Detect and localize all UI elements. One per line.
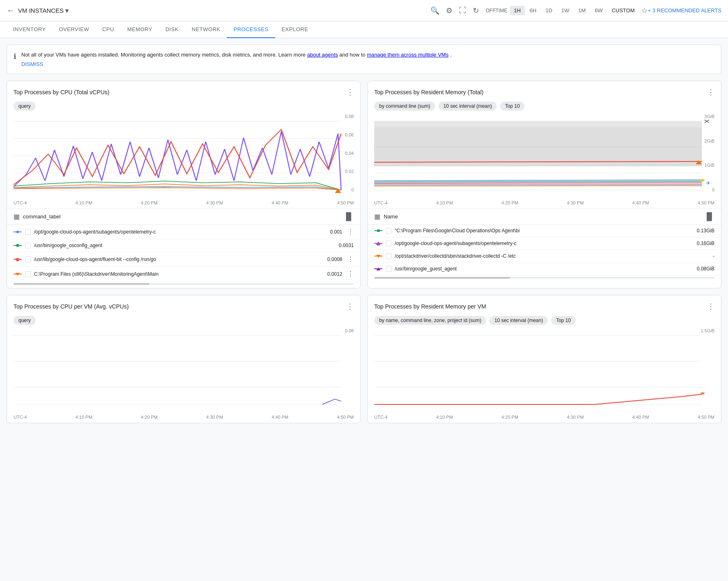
chip-row-cpu-vm: query	[7, 314, 360, 328]
back-icon[interactable]: ←	[7, 6, 15, 15]
vm-instances-title[interactable]: VM INSTANCES ▾	[18, 6, 69, 15]
legend-line-cpu-3	[14, 272, 22, 276]
star-icon[interactable]: ☆	[641, 6, 648, 15]
more-row-icon-2[interactable]: ⋮	[347, 255, 354, 263]
chip-query-cpu[interactable]: query	[14, 102, 36, 111]
legend-row: "C:\Program Files\Google\Cloud Operation…	[368, 225, 721, 237]
legend-line-cpu-0	[14, 230, 22, 234]
more-menu-cpu-vm-icon[interactable]: ⋮	[346, 302, 354, 311]
legend-grid-icon-cpu: ▦	[14, 213, 20, 220]
tab-disk[interactable]: DISK	[159, 21, 185, 38]
time-6h[interactable]: 6H	[526, 6, 541, 15]
legend-checkbox-cpu-1[interactable]	[25, 243, 31, 248]
legend-checkbox-mem-1[interactable]	[386, 241, 391, 246]
legend-checkbox-cpu-2[interactable]	[25, 256, 31, 262]
legend-header-cpu: ▦ command_label ▐▌	[7, 209, 360, 225]
refresh-icon[interactable]: ↻	[473, 6, 479, 15]
legend-scroll-mem: "C:\Program Files\Google\Cloud Operation…	[368, 225, 721, 275]
more-menu-mem-icon[interactable]: ⋮	[707, 88, 714, 97]
settings-icon[interactable]: ⚙	[446, 6, 452, 15]
svg-marker-21	[374, 121, 702, 127]
chart-mem-total: Top Processes by Resident Memory (Total)…	[367, 81, 721, 288]
x-axis-cpu: UTC-44:10 PM4:20 PM4:30 PM4:40 PM4:50 PM	[7, 200, 360, 209]
time-1h[interactable]: 1H	[510, 6, 525, 15]
y-axis-cpu: 0.080.060.040.020	[345, 114, 354, 192]
legend-row: C:\Program Files (x86)\Stackdriver\Monit…	[7, 267, 360, 281]
legend-scroll-cpu: /opt/google-cloud-ops-agent/subagents/op…	[7, 225, 360, 281]
legend-checkbox-cpu-3[interactable]	[25, 271, 31, 277]
about-agents-link[interactable]: about agents	[307, 52, 338, 58]
top-bar-left: ← VM INSTANCES ▾	[7, 6, 430, 15]
chip-query-cpu-vm[interactable]: query	[14, 316, 36, 325]
legend-label-mem-1: /opt/google-cloud-ops-agent/subagents/op…	[395, 241, 694, 246]
tab-network[interactable]: NETWORK	[185, 21, 227, 38]
legend-header-label-cpu: command_label	[23, 213, 61, 220]
more-row-icon-0[interactable]: ⋮	[347, 228, 354, 236]
tab-overview[interactable]: OVERVIEW	[52, 21, 96, 38]
tab-processes[interactable]: PROCESSES	[227, 21, 275, 38]
legend-scrollbar-cpu	[14, 283, 354, 285]
legend-columns-icon-mem[interactable]: ▐▌	[704, 212, 714, 221]
legend-checkbox-mem-2[interactable]	[386, 253, 391, 259]
line-chart-cpu	[14, 117, 354, 199]
chart-cpu-total: Top Processes by CPU (Total vCPUs) ⋮ que…	[7, 81, 361, 288]
legend-header-mem: ▦ Name ▐▌	[368, 209, 721, 225]
manage-vms-link[interactable]: manage them across multiple VMs	[367, 52, 448, 58]
legend-checkbox-mem-0[interactable]	[386, 228, 391, 234]
tab-cpu[interactable]: CPU	[96, 21, 121, 38]
legend-line-cpu-2	[14, 257, 22, 261]
time-1d[interactable]: 1D	[541, 6, 556, 15]
line-chart-cpu-vm	[14, 331, 354, 413]
time-label: TIME	[495, 8, 507, 14]
chip-mem-vm-1[interactable]: 10 sec interval (mean)	[489, 316, 548, 325]
chip-mem-vm-2[interactable]: Top 10	[551, 316, 576, 325]
x-axis-cpu-vm: UTC-44:10 PM4:20 PM4:30 PM4:40 PM4:50 PM	[7, 415, 360, 423]
legend-value-mem-2: -	[713, 253, 714, 259]
time-controls: TIME 1H 6H 1D 1W 1M 6W CUSTOM ☆	[495, 6, 648, 15]
chart-header-cpu: Top Processes by CPU (Total vCPUs) ⋮	[7, 81, 360, 100]
legend-line-mem-0	[374, 229, 382, 233]
legend-header-label-mem: Name	[384, 213, 398, 220]
nav-tabs: INVENTORY OVERVIEW CPU MEMORY DISK NETWO…	[0, 21, 728, 38]
dismiss-button[interactable]: DISMISS	[21, 61, 43, 67]
info-icon: ℹ	[14, 52, 16, 61]
chip-mem-1[interactable]: 10 sec interval (mean)	[439, 102, 497, 111]
legend-row: /usr/bin/google_osconfig_agent 0.0031	[7, 239, 360, 252]
fullscreen-icon[interactable]: ⛶	[459, 6, 466, 15]
refresh-off-label: OFF	[486, 8, 495, 14]
legend-line-mem-1	[374, 241, 382, 245]
chart-header-mem: Top Processes by Resident Memory (Total)…	[368, 81, 721, 100]
alerts-button[interactable]: + 3 RECOMMENDED ALERTS	[648, 7, 721, 14]
chip-mem-vm-0[interactable]: by name, command line, zone, project id …	[374, 316, 486, 325]
legend-label-cpu-1: /usr/bin/google_osconfig_agent	[34, 243, 335, 248]
info-text: Not all of your VMs have agents installe…	[21, 52, 452, 67]
tab-memory[interactable]: MEMORY	[121, 21, 159, 38]
chart-title-mem: Top Processes by Resident Memory (Total)	[374, 89, 484, 95]
legend-line-mem-2	[374, 254, 382, 258]
time-1w[interactable]: 1W	[557, 6, 574, 15]
legend-checkbox-mem-3[interactable]	[386, 266, 391, 272]
chart-cpu-per-vm: Top Processes by CPU per VM (Avg. vCPUs)…	[7, 295, 361, 423]
chip-row-mem-vm: by name, command line, zone, project id …	[368, 314, 721, 328]
svg-point-7	[16, 231, 19, 233]
more-row-icon-3[interactable]: ⋮	[347, 270, 354, 278]
search-icon[interactable]: 🔍	[430, 6, 439, 15]
time-6w[interactable]: 6W	[590, 6, 607, 15]
time-1m[interactable]: 1M	[574, 6, 590, 15]
legend-value-cpu-3: 0.0012	[327, 271, 342, 277]
legend-grid-icon-mem: ▦	[374, 213, 380, 220]
legend-label-mem-0: "C:\Program Files\Google\Cloud Operation…	[395, 228, 694, 234]
vm-chevron-icon: ▾	[65, 6, 69, 15]
chip-mem-0[interactable]: by command line (sum)	[374, 102, 435, 111]
more-menu-mem-vm-icon[interactable]: ⋮	[707, 302, 714, 311]
tab-explore[interactable]: EXPLORE	[275, 21, 315, 38]
legend-checkbox-cpu-0[interactable]	[25, 229, 31, 235]
tab-inventory[interactable]: INVENTORY	[7, 21, 52, 38]
chip-mem-2[interactable]: Top 10	[500, 102, 525, 111]
time-custom[interactable]: CUSTOM	[608, 6, 639, 15]
legend-row: /opt/google-cloud-ops-agent/subagents/op…	[368, 237, 721, 250]
chart-area-cpu-vm: 0.08	[7, 328, 360, 415]
chart-title-mem-vm: Top Processes by Resident Memory per VM	[374, 303, 486, 310]
legend-columns-icon-cpu[interactable]: ▐▌	[343, 212, 354, 221]
more-menu-cpu-icon[interactable]: ⋮	[346, 88, 354, 97]
